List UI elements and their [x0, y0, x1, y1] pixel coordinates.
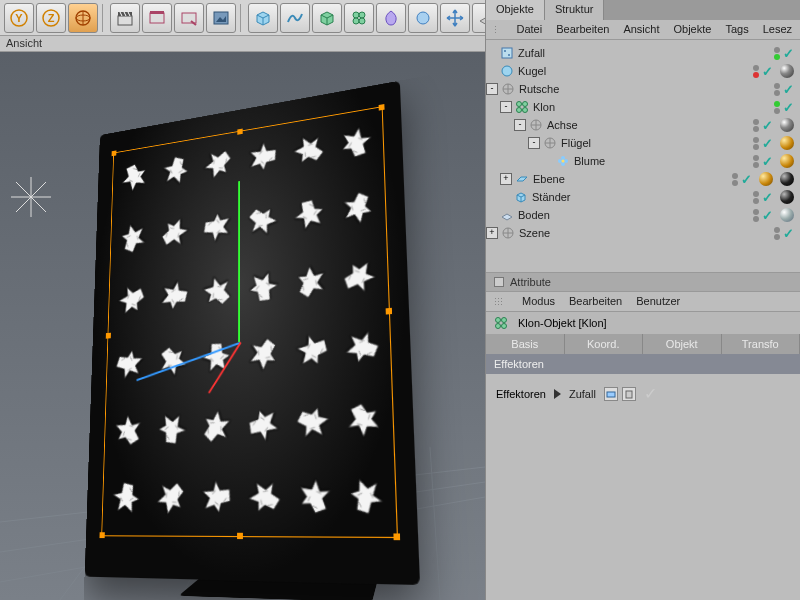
move-button[interactable]: [440, 3, 470, 33]
svg-line-82: [303, 277, 308, 282]
tab-objects[interactable]: Objekte: [486, 0, 545, 20]
menu-tags[interactable]: Tags: [725, 23, 748, 36]
enabled-check-icon[interactable]: ✓: [762, 190, 773, 205]
svg-line-139: [358, 492, 363, 497]
attr-tab-transfo[interactable]: Transfo: [722, 334, 801, 354]
viewport[interactable]: [0, 52, 485, 600]
menu-lesez[interactable]: Lesez: [763, 23, 792, 36]
material-tag[interactable]: [780, 64, 794, 78]
vis-dots[interactable]: [774, 227, 780, 240]
tree-row[interactable]: Blume✓: [486, 152, 800, 170]
axis-z-button[interactable]: Z: [36, 3, 66, 33]
expander-icon[interactable]: -: [514, 119, 526, 131]
vis-dots[interactable]: [753, 65, 759, 78]
material-tag[interactable]: [780, 208, 794, 222]
clone-shape: [229, 457, 302, 539]
tree-row[interactable]: -Klon✓: [486, 98, 800, 116]
vis-dots[interactable]: [774, 83, 780, 96]
mograph-button[interactable]: [344, 3, 374, 33]
menu-bearbeiten2[interactable]: Bearbeiten: [569, 295, 622, 308]
picture-viewer-button[interactable]: [206, 3, 236, 33]
svg-line-133: [259, 500, 263, 505]
enabled-check-icon[interactable]: ✓: [783, 46, 794, 61]
material-tag[interactable]: [780, 190, 794, 204]
expander-icon[interactable]: -: [528, 137, 540, 149]
enabled-check-icon[interactable]: ✓: [762, 154, 773, 169]
menu-benutzer[interactable]: Benutzer: [636, 295, 680, 308]
material-tag[interactable]: [780, 172, 794, 186]
attr-tab-basis[interactable]: Basis: [486, 334, 565, 354]
spline-button[interactable]: [280, 3, 310, 33]
svg-line-78: [258, 295, 262, 298]
tree-row[interactable]: +Szene✓: [486, 224, 800, 242]
axis-y-button[interactable]: Y: [4, 3, 34, 33]
vis-dots[interactable]: [753, 191, 759, 204]
tree-row[interactable]: Boden✓: [486, 206, 800, 224]
board-object[interactable]: [85, 81, 421, 586]
enabled-check-icon[interactable]: ✓: [762, 136, 773, 151]
vis-dots[interactable]: [753, 155, 759, 168]
tree-row[interactable]: Ständer✓: [486, 188, 800, 206]
material-tag[interactable]: [759, 172, 773, 186]
effector-enabled-check[interactable]: ✓: [644, 384, 657, 403]
render-region-button[interactable]: [174, 3, 204, 33]
clone-shape: [231, 399, 298, 451]
material-tag[interactable]: [780, 154, 794, 168]
effector-delete-icon[interactable]: [622, 387, 636, 401]
enabled-check-icon[interactable]: ✓: [783, 82, 794, 97]
enabled-check-icon[interactable]: ✓: [783, 100, 794, 115]
vis-dots[interactable]: [753, 137, 759, 150]
enabled-check-icon[interactable]: ✓: [783, 226, 794, 241]
object-tree[interactable]: Zufall✓Kugel✓-Rutsche✓-Klon✓-Achse✓-Flüg…: [486, 40, 800, 272]
menu-ansicht[interactable]: Ansicht: [623, 23, 659, 36]
render-button[interactable]: [142, 3, 172, 33]
clapper-button[interactable]: [110, 3, 140, 33]
tree-row[interactable]: Kugel✓: [486, 62, 800, 80]
tree-row[interactable]: -Rutsche✓: [486, 80, 800, 98]
enabled-check-icon[interactable]: ✓: [762, 118, 773, 133]
expand-triangle-icon[interactable]: [554, 389, 561, 399]
vis-dots[interactable]: [774, 47, 780, 60]
right-panel: Objekte Struktur Datei Bearbeiten Ansich…: [485, 0, 800, 600]
expander-icon[interactable]: +: [500, 173, 512, 185]
enabled-check-icon[interactable]: ✓: [741, 172, 752, 187]
menu-datei[interactable]: Datei: [516, 23, 542, 36]
tree-row[interactable]: +Ebene✓: [486, 170, 800, 188]
expander-icon[interactable]: -: [500, 101, 512, 113]
world-button[interactable]: [68, 3, 98, 33]
enabled-check-icon[interactable]: ✓: [762, 64, 773, 79]
menu-bearbeiten[interactable]: Bearbeiten: [556, 23, 609, 36]
tree-row[interactable]: Zufall✓: [486, 44, 800, 62]
deformer-button[interactable]: [376, 3, 406, 33]
menu-objekte[interactable]: Objekte: [673, 23, 711, 36]
tree-row[interactable]: -Achse✓: [486, 116, 800, 134]
expander-icon[interactable]: +: [486, 227, 498, 239]
vis-dots[interactable]: [753, 119, 759, 132]
svg-line-80: [266, 283, 270, 286]
attr-tab-objekt[interactable]: Objekt: [643, 334, 722, 354]
svg-line-84: [349, 275, 351, 280]
vis-dots[interactable]: [753, 209, 759, 222]
tree-row[interactable]: -Flügel✓: [486, 134, 800, 152]
svg-point-142: [504, 50, 506, 52]
tab-structure[interactable]: Struktur: [545, 0, 605, 20]
effector-link-icon[interactable]: [604, 387, 618, 401]
effector-item[interactable]: Zufall ✓: [569, 384, 657, 403]
collapse-icon[interactable]: [494, 277, 504, 287]
attr-tab-koord[interactable]: Koord.: [565, 334, 644, 354]
tree-item-label: Szene: [519, 227, 550, 239]
material-tag[interactable]: [780, 118, 794, 132]
material-tag[interactable]: [780, 136, 794, 150]
tree-item-label: Zufall: [518, 47, 545, 59]
vis-dots[interactable]: [732, 173, 738, 186]
enabled-check-icon[interactable]: ✓: [762, 208, 773, 223]
menu-modus[interactable]: Modus: [522, 295, 555, 308]
nurbs-button[interactable]: [312, 3, 342, 33]
vis-dots[interactable]: [774, 101, 780, 114]
clone-shape: [275, 383, 351, 462]
svg-rect-7: [118, 16, 132, 25]
expander-icon[interactable]: -: [486, 83, 498, 95]
primitive-button[interactable]: [248, 3, 278, 33]
scene-button[interactable]: [408, 3, 438, 33]
svg-line-64: [313, 211, 316, 215]
